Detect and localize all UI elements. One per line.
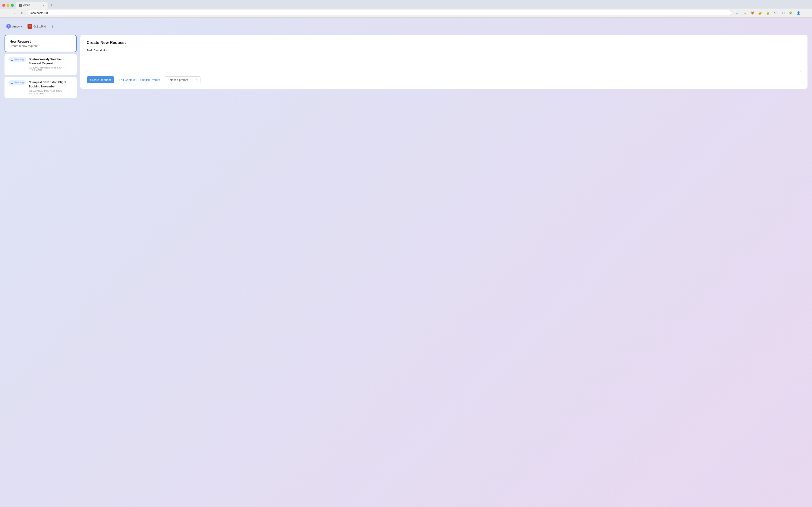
edit-context-button[interactable]: Edit Context <box>118 76 136 83</box>
extension-icon-1[interactable]: 🦊 <box>749 10 756 16</box>
running-label-1: Running <box>14 81 24 84</box>
active-tab[interactable]: A Aloria ✕ <box>16 2 48 9</box>
extension-icon-2[interactable]: 🔐 <box>757 10 763 16</box>
request-title-1: Cheapest SF-Boston Flight Booking Novemb… <box>29 80 73 88</box>
wallet-address: 0x1…54d <box>33 25 46 28</box>
new-tab-button[interactable]: + <box>49 2 55 8</box>
forward-button[interactable]: → <box>11 10 17 16</box>
traffic-lights <box>2 4 14 7</box>
back-button[interactable]: ← <box>3 10 9 16</box>
org-selector[interactable]: A Amoy ▾ <box>4 23 24 30</box>
extension-icon-4[interactable]: 🛡 <box>772 10 779 16</box>
wallet-selector[interactable]: 🦊 0x1…54d <box>26 23 48 30</box>
request-id-0: ID: 4e9a1459-03a5-4456-bab4-f1b98b65f991 <box>29 66 73 72</box>
extensions-button[interactable]: 🧩 <box>788 10 794 16</box>
extension-icon-3[interactable]: 🔒 <box>765 10 771 16</box>
nav-bar: ← → ↻ localhost:8000 ☆ 🛡 🦊 🔐 🔒 🛡 ⬡ 🧩 👤 ⋮ <box>0 9 812 17</box>
browser-chrome: A Aloria ✕ + ⌄ ← → ↻ localhost:8000 ☆ 🛡 … <box>0 0 812 18</box>
url-text: localhost:8000 <box>31 11 49 15</box>
task-description-label: Task Description <box>87 49 801 52</box>
left-panel: New Request Create a new request Running… <box>4 35 77 98</box>
main-layout: New Request Create a new request Running… <box>4 35 808 98</box>
org-chevron-icon: ▾ <box>21 25 22 28</box>
tab-bar: A Aloria ✕ + ⌄ <box>0 0 812 9</box>
browser-menu-button[interactable]: ⋮ <box>803 10 809 16</box>
running-badge-0: Running <box>8 57 26 62</box>
bookmark-icon[interactable]: ☆ <box>734 10 740 16</box>
tab-expand-button[interactable]: ⌄ <box>807 3 810 7</box>
reload-button[interactable]: ↻ <box>19 10 25 16</box>
action-row: Create Request Edit Context Publish Prom… <box>87 76 801 83</box>
request-info-0: Boston Weekly Weather Forecast Request I… <box>29 57 73 72</box>
maximize-window-button[interactable] <box>11 4 14 7</box>
task-description-input[interactable] <box>87 54 801 72</box>
running-label-0: Running <box>14 58 24 61</box>
prompt-select[interactable]: Select a prompt <box>165 76 201 83</box>
request-id-1: ID: 50e7ca93-f486-413b-9e15-4f97f4c51475 <box>29 90 73 95</box>
tab-favicon-icon: A <box>19 4 22 7</box>
org-avatar: A <box>6 24 11 29</box>
new-request-title: New Request <box>9 40 72 43</box>
request-card-0[interactable]: Running Boston Weekly Weather Forecast R… <box>4 54 77 75</box>
publish-prompt-button[interactable]: Publish Prompt <box>139 76 161 83</box>
address-bar[interactable]: localhost:8000 <box>27 10 732 16</box>
request-title-0: Boston Weekly Weather Forecast Request <box>29 57 73 65</box>
request-info-1: Cheapest SF-Boston Flight Booking Novemb… <box>29 80 73 95</box>
app-content: A Amoy ▾ 🦊 0x1…54d ⋮ New Request Create … <box>0 18 812 507</box>
new-request-subtitle: Create a new request <box>9 44 72 48</box>
more-options-button[interactable]: ⋮ <box>50 24 55 29</box>
close-window-button[interactable] <box>2 4 5 7</box>
profile-icon[interactable]: 👤 <box>795 10 802 16</box>
minimize-window-button[interactable] <box>6 4 9 7</box>
request-card-1[interactable]: Running Cheapest SF-Boston Flight Bookin… <box>4 77 77 98</box>
spinner-icon-1 <box>11 81 13 84</box>
org-name: Amoy <box>12 25 19 28</box>
create-request-button[interactable]: Create Request <box>87 76 114 83</box>
app-topbar: A Amoy ▾ 🦊 0x1…54d ⋮ <box>4 21 808 31</box>
wallet-icon: 🦊 <box>28 24 32 29</box>
right-panel: Create New Request Task Description Crea… <box>80 35 808 89</box>
new-request-card[interactable]: New Request Create a new request <box>4 35 77 52</box>
extension-icon-5[interactable]: ⬡ <box>780 10 786 16</box>
spinner-icon-0 <box>11 58 13 61</box>
tab-title: Aloria <box>23 4 30 7</box>
panel-title: Create New Request <box>87 40 801 45</box>
nav-icons-right: ☆ 🛡 🦊 🔐 🔒 🛡 ⬡ 🧩 👤 ⋮ <box>734 10 809 16</box>
shield-icon[interactable]: 🛡 <box>742 10 748 16</box>
tab-close-button[interactable]: ✕ <box>42 4 45 7</box>
running-badge-1: Running <box>8 80 26 85</box>
